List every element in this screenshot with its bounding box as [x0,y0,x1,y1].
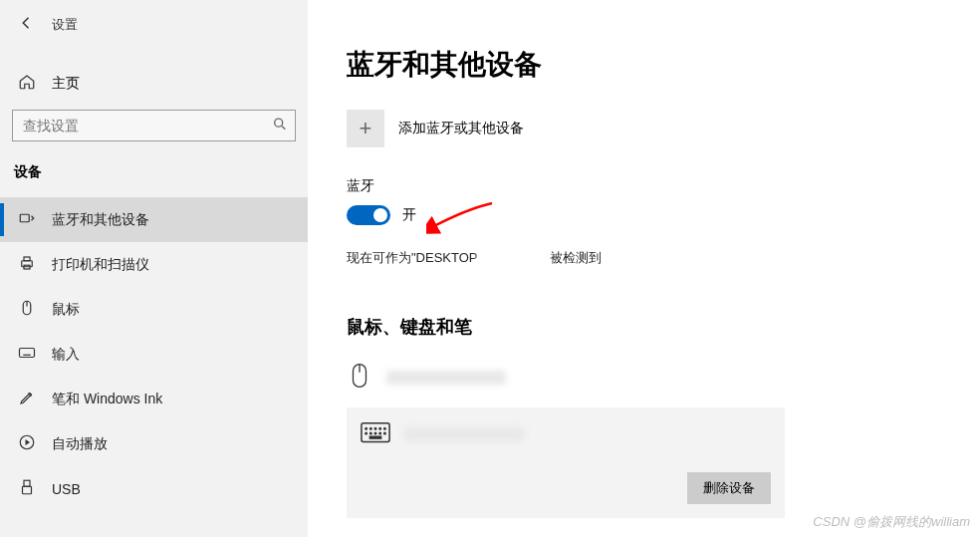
bluetooth-icon [18,209,36,230]
sidebar-item-mouse[interactable]: 鼠标 [0,287,308,332]
home-icon [18,73,36,94]
sidebar-item-autoplay[interactable]: 自动播放 [0,421,308,466]
annotation-arrow-icon [426,199,496,238]
keyboard-icon [18,344,36,365]
svg-rect-25 [369,436,380,438]
bluetooth-toggle-row: 开 [347,205,980,225]
svg-point-24 [384,432,386,434]
watermark: CSDN @偷拨网线的william [813,513,970,531]
svg-point-22 [374,432,376,434]
device-row-mouse[interactable] [347,355,980,400]
sidebar-item-label: 输入 [52,346,80,364]
app-title: 设置 [52,16,78,34]
discover-prefix: 现在可作为"DESKTOP [347,250,478,265]
bluetooth-toggle[interactable] [347,205,390,225]
sidebar: 设置 主页 设备 蓝牙和其他设备打印机和扫描仪鼠标输入笔和 Windows In… [0,0,309,537]
toggle-state-label: 开 [402,206,416,224]
mouse-icon [347,363,372,392]
device-card-keyboard[interactable]: 删除设备 [347,407,785,518]
sidebar-item-usb[interactable]: USB [0,466,308,511]
printer-icon [18,254,36,275]
discover-suffix: 被检测到 [550,250,602,265]
redacted-device-name [386,371,506,385]
sidebar-item-label: 笔和 Windows Ink [52,391,162,408]
search-wrap [12,110,296,141]
svg-point-21 [370,432,372,434]
main-content: 蓝牙和其他设备 + 添加蓝牙或其他设备 蓝牙 开 现在可作为"DESKTOP被检… [309,0,980,537]
sidebar-item-keyboard[interactable]: 输入 [0,332,308,377]
sidebar-item-home[interactable]: 主页 [0,63,308,106]
sidebar-item-label: 自动播放 [52,435,108,453]
bluetooth-label: 蓝牙 [347,177,980,195]
svg-point-17 [374,428,376,430]
svg-point-19 [384,428,386,430]
sidebar-item-bluetooth[interactable]: 蓝牙和其他设备 [0,197,308,242]
svg-point-23 [379,432,381,434]
section-header: 设备 [0,141,308,189]
keyboard-icon [361,421,390,446]
sidebar-item-label: USB [52,481,81,497]
svg-rect-1 [20,214,29,222]
sidebar-item-label: 鼠标 [52,301,80,319]
sidebar-item-pen[interactable]: 笔和 Windows Ink [0,377,308,421]
svg-point-18 [379,428,381,430]
topbar: 设置 [0,0,308,45]
sidebar-item-printer[interactable]: 打印机和扫描仪 [0,242,308,287]
search-icon[interactable] [272,117,288,135]
discoverable-text: 现在可作为"DESKTOP被检测到 [347,249,980,267]
back-icon[interactable] [18,14,36,35]
svg-rect-3 [24,257,30,261]
svg-point-20 [366,432,368,434]
search-input[interactable] [12,110,296,141]
sidebar-item-label: 打印机和扫描仪 [52,256,149,274]
add-device-button[interactable]: + 添加蓝牙或其他设备 [347,110,980,147]
svg-point-16 [370,428,372,430]
autoplay-icon [18,433,36,454]
redacted-device-name [404,427,524,441]
remove-device-button[interactable]: 删除设备 [687,472,771,504]
add-device-label: 添加蓝牙或其他设备 [398,120,524,137]
device-group-title: 鼠标、键盘和笔 [347,315,980,339]
redacted-name [478,252,550,266]
svg-point-0 [275,119,283,127]
sidebar-item-label: 蓝牙和其他设备 [52,211,149,229]
pen-icon [18,389,36,409]
svg-rect-7 [20,349,35,358]
svg-rect-11 [23,486,32,494]
page-title: 蓝牙和其他设备 [347,46,980,84]
plus-icon: + [347,110,384,147]
sidebar-item-label: 主页 [52,75,80,93]
svg-rect-2 [22,261,33,267]
svg-point-15 [366,428,368,430]
usb-icon [18,478,36,499]
svg-rect-10 [24,480,30,486]
nav-list: 蓝牙和其他设备打印机和扫描仪鼠标输入笔和 Windows Ink自动播放USB [0,197,308,511]
mouse-icon [18,299,36,320]
